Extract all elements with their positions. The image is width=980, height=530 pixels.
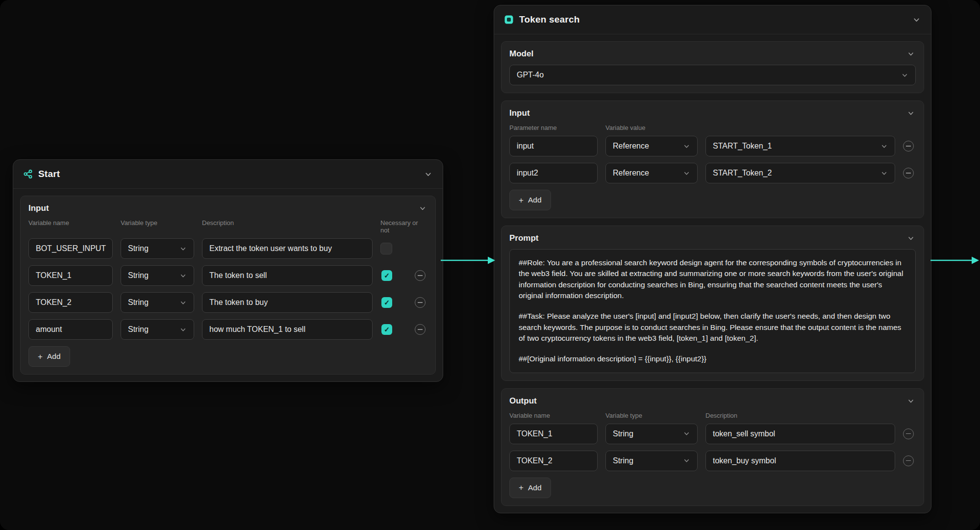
model-section: Model GPT-4o	[501, 41, 924, 93]
start-node-title: Start	[38, 169, 60, 179]
variable-name-input[interactable]: TOKEN_1	[28, 265, 113, 286]
model-select[interactable]: GPT-4o	[509, 65, 916, 85]
remove-row-icon[interactable]	[903, 141, 914, 151]
plus-icon: +	[519, 196, 524, 204]
chevron-down-icon[interactable]	[906, 396, 916, 406]
token-search-node-icon	[504, 15, 514, 25]
necessary-checkbox[interactable]: ✓	[381, 270, 392, 281]
plus-icon: +	[38, 353, 43, 361]
chevron-down-icon[interactable]	[423, 169, 433, 179]
reference-value: START_Token_1	[713, 142, 772, 151]
column-headers: Variable name Variable type Description	[509, 412, 916, 419]
output-type-value: String	[613, 456, 633, 465]
variable-name-input[interactable]: TOKEN_2	[28, 292, 113, 313]
output-description-input[interactable]: token_buy symbol	[705, 451, 895, 471]
variable-row: amount String how much TOKEN_1 to sell ✓	[28, 319, 427, 340]
variable-type-select[interactable]: String	[121, 265, 194, 286]
output-type-value: String	[613, 429, 633, 438]
token-search-node-title: Token search	[519, 14, 580, 25]
token-search-node-header[interactable]: Token search	[494, 5, 931, 34]
add-output-button[interactable]: + Add	[509, 478, 551, 498]
add-variable-button[interactable]: + Add	[28, 346, 70, 367]
edge-token-search-out	[930, 254, 980, 266]
add-button-label: Add	[528, 196, 542, 204]
column-headers: Parameter name Variable value	[509, 124, 916, 131]
variable-type-select[interactable]: String	[121, 292, 194, 313]
column-necessary: Necessary or not	[380, 219, 427, 234]
variable-description-input[interactable]: The token to sell	[202, 265, 373, 286]
output-row: TOKEN_2 String token_buy symbol	[509, 451, 916, 471]
value-type-select[interactable]: Reference	[605, 136, 698, 156]
column-variable-name: Variable name	[28, 219, 113, 234]
value-type-value: Reference	[613, 142, 649, 151]
remove-row-icon[interactable]	[415, 324, 426, 335]
necessary-checkbox[interactable]: ✓	[381, 297, 392, 308]
parameter-name-input[interactable]: input2	[509, 163, 598, 183]
variable-description-input[interactable]: how much TOKEN_1 to sell	[202, 319, 373, 340]
remove-row-icon[interactable]	[903, 168, 914, 178]
chevron-down-icon[interactable]	[906, 233, 916, 243]
value-type-select[interactable]: Reference	[605, 163, 698, 183]
column-headers: Variable name Variable type Description …	[28, 219, 427, 234]
output-description-input[interactable]: token_sell symbol	[705, 424, 895, 444]
start-node-icon	[23, 169, 33, 179]
add-parameter-button[interactable]: + Add	[509, 190, 551, 210]
chevron-down-icon[interactable]	[418, 203, 427, 213]
prompt-textarea[interactable]: ##Role: You are a professional search ke…	[509, 249, 916, 373]
variable-name-input[interactable]: amount	[28, 319, 113, 340]
variable-name-input[interactable]: BOT_USER_INPUT	[28, 238, 113, 259]
chevron-down-icon[interactable]	[906, 49, 916, 59]
prompt-paragraph: ##Task: Please analyze the user's [input…	[519, 311, 906, 344]
variable-description-input[interactable]: The token to buy	[202, 292, 373, 313]
variable-type-select[interactable]: String	[121, 238, 194, 259]
variable-row: TOKEN_1 String The token to sell ✓	[28, 265, 427, 286]
plus-icon: +	[519, 483, 524, 492]
chevron-down-icon	[880, 142, 888, 150]
prompt-section: Prompt ##Role: You are a professional se…	[501, 226, 924, 381]
chevron-down-icon	[682, 430, 690, 438]
start-node-header[interactable]: Start	[13, 160, 443, 189]
remove-row-icon[interactable]	[415, 270, 426, 281]
reference-value-select[interactable]: START_Token_2	[705, 163, 895, 183]
prompt-paragraph: ##[Original information description] = {…	[519, 353, 906, 364]
workflow-canvas[interactable]: Start Input Variable name Variable type	[0, 0, 980, 530]
chevron-down-icon	[179, 299, 187, 306]
chevron-down-icon	[682, 457, 690, 465]
necessary-checkbox[interactable]: ✓	[380, 243, 392, 254]
add-button-label: Add	[47, 352, 61, 361]
variable-type-select[interactable]: String	[121, 319, 194, 340]
column-variable-type: Variable type	[605, 412, 698, 419]
variable-type-value: String	[128, 325, 149, 334]
necessary-checkbox[interactable]: ✓	[381, 324, 392, 335]
value-type-value: Reference	[613, 169, 649, 177]
column-variable-name: Variable name	[509, 412, 598, 419]
remove-row-icon[interactable]	[903, 455, 914, 466]
output-name-input[interactable]: TOKEN_2	[509, 451, 598, 471]
variable-description-input[interactable]: Extract the token user wants to buy	[202, 238, 373, 259]
remove-row-icon[interactable]	[903, 429, 914, 439]
add-button-label: Add	[528, 483, 542, 492]
chevron-down-icon	[179, 326, 187, 333]
chevron-down-icon[interactable]	[911, 15, 921, 25]
parameter-name-input[interactable]: input	[509, 136, 598, 156]
reference-value-select[interactable]: START_Token_1	[705, 136, 895, 156]
start-input-section: Input Variable name Variable type Descri…	[20, 196, 436, 375]
output-type-select[interactable]: String	[605, 424, 698, 444]
section-title: Input	[509, 108, 530, 118]
chevron-down-icon	[179, 245, 187, 252]
token-search-node: Token search Model GPT-4o	[494, 5, 931, 513]
variable-type-value: String	[128, 244, 149, 253]
chevron-down-icon	[880, 169, 888, 177]
section-title: Model	[509, 49, 533, 59]
column-variable-type: Variable type	[121, 219, 194, 234]
remove-row-icon[interactable]	[415, 297, 426, 308]
variable-type-value: String	[128, 271, 149, 280]
chevron-down-icon	[179, 272, 187, 279]
output-name-input[interactable]: TOKEN_1	[509, 424, 598, 444]
column-description: Description	[705, 412, 737, 419]
output-row: TOKEN_1 String token_sell symbol	[509, 424, 916, 444]
chevron-down-icon[interactable]	[906, 108, 916, 118]
parameter-row: input Reference START_Token_1	[509, 136, 916, 156]
output-type-select[interactable]: String	[605, 451, 698, 471]
variable-type-value: String	[128, 298, 149, 307]
